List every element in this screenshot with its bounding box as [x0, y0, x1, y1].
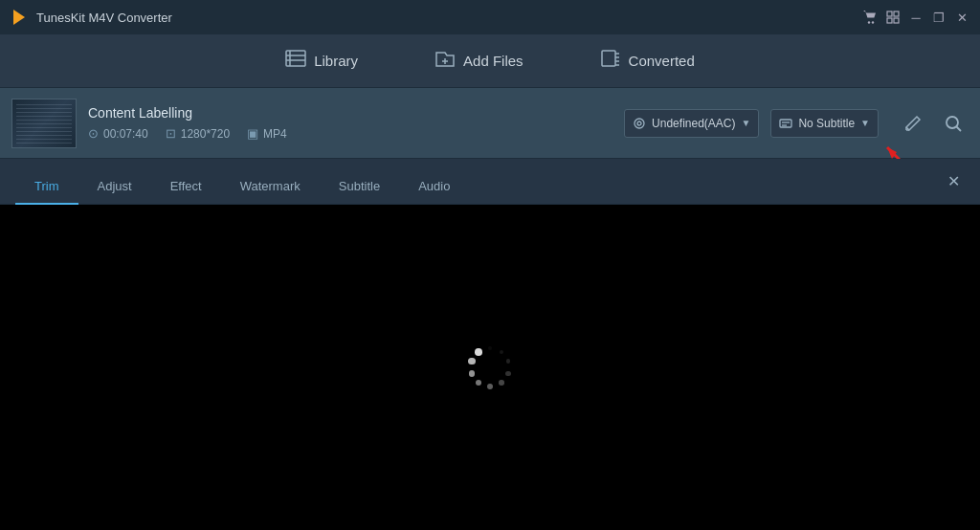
resolution-meta: ⊡ 1280*720 [166, 126, 230, 141]
nav-converted[interactable]: Converted [590, 43, 704, 78]
content-row: Content Labelling ⊙ 00:07:40 ⊡ 1280*720 … [0, 88, 980, 159]
tab-audio-label: Audio [418, 179, 450, 193]
title-bar-left: TunesKit M4V Converter [10, 8, 172, 27]
top-right-icons [898, 108, 969, 139]
library-icon [285, 50, 306, 72]
svg-marker-28 [887, 147, 897, 159]
nav-library[interactable]: Library [276, 44, 368, 77]
search-button[interactable] [938, 108, 969, 139]
tab-effect-label: Effect [170, 179, 202, 193]
edit-button[interactable] [898, 108, 928, 139]
svg-line-26 [957, 126, 962, 131]
editor-panel: Trim Adjust Effect Watermark Subtitle Au… [0, 159, 980, 530]
tab-subtitle[interactable]: Subtitle [320, 169, 399, 205]
spinner-dot [505, 371, 510, 376]
nav-add-files-label: Add Files [463, 53, 523, 69]
top-nav: Library Add Files Converted [0, 34, 980, 88]
svg-rect-6 [894, 18, 899, 23]
svg-rect-13 [602, 51, 615, 66]
file-meta: ⊙ 00:07:40 ⊡ 1280*720 ▣ MP4 [88, 126, 612, 141]
file-icon: ▣ [247, 126, 258, 141]
svg-point-1 [868, 21, 870, 23]
svg-marker-0 [13, 10, 25, 25]
spinner-dot [487, 384, 493, 389]
tab-adjust-label: Adjust [98, 179, 132, 193]
nav-converted-label: Converted [629, 53, 695, 69]
audio-arrow-icon: ▼ [741, 118, 750, 128]
window-tiles-icon[interactable] [884, 9, 902, 26]
duration-meta: ⊙ 00:07:40 [88, 126, 148, 141]
spinner-dot [475, 348, 482, 356]
subtitle-value: No Subtitle [798, 117, 855, 130]
spinner-dot [500, 350, 503, 354]
tab-trim[interactable]: Trim [15, 169, 78, 205]
app-logo-icon [10, 8, 29, 27]
spinner-dot [468, 358, 475, 364]
clock-icon: ⊙ [88, 126, 99, 141]
file-name: Content Labelling [88, 105, 612, 121]
svg-rect-4 [894, 11, 899, 16]
format-value: MP4 [263, 127, 287, 141]
video-preview [0, 205, 980, 530]
svg-rect-3 [887, 11, 892, 16]
add-files-icon [434, 49, 456, 73]
svg-point-19 [637, 121, 641, 125]
svg-point-2 [872, 21, 874, 23]
spinner-dot [506, 359, 511, 364]
spinner-dot [469, 370, 476, 377]
converted-icon [600, 49, 621, 73]
svg-rect-7 [286, 51, 305, 66]
app-title: TunesKit M4V Converter [36, 11, 172, 25]
spinner-dot [476, 380, 481, 386]
format-meta: ▣ MP4 [247, 126, 287, 141]
spinner-dot [488, 346, 492, 350]
spinner-dot [499, 380, 504, 386]
editor-tabs: Trim Adjust Effect Watermark Subtitle Au… [0, 159, 980, 205]
tab-watermark[interactable]: Watermark [221, 169, 320, 205]
file-info: Content Labelling ⊙ 00:07:40 ⊡ 1280*720 … [88, 105, 612, 141]
audio-icon [633, 117, 646, 130]
monitor-icon: ⊡ [166, 126, 176, 141]
title-bar: TunesKit M4V Converter ─ ❐ ✕ [0, 0, 980, 34]
svg-rect-5 [887, 18, 892, 23]
close-editor-button[interactable]: ✕ [942, 170, 965, 193]
audio-value: Undefined(AAC) [652, 117, 735, 130]
tab-audio[interactable]: Audio [399, 169, 469, 205]
subtitle-arrow-icon: ▼ [860, 118, 870, 128]
audio-dropdown[interactable]: Undefined(AAC) ▼ [624, 109, 759, 138]
loading-spinner [466, 343, 514, 391]
tab-watermark-label: Watermark [240, 179, 301, 193]
thumbnail-image [12, 99, 76, 147]
title-bar-controls: ─ ❐ ✕ [861, 9, 970, 26]
subtitle-icon [779, 117, 792, 130]
tab-trim-label: Trim [34, 179, 59, 193]
shopping-cart-icon[interactable] [861, 9, 879, 26]
close-button[interactable]: ✕ [953, 9, 970, 26]
svg-point-25 [947, 117, 958, 128]
tab-adjust[interactable]: Adjust [78, 169, 151, 205]
restore-button[interactable]: ❐ [930, 9, 947, 26]
svg-rect-20 [780, 120, 791, 127]
duration-value: 00:07:40 [103, 127, 148, 141]
nav-library-label: Library [314, 53, 358, 69]
subtitle-dropdown[interactable]: No Subtitle ▼ [770, 109, 879, 138]
nav-add-files[interactable]: Add Files [425, 43, 533, 78]
minimize-button[interactable]: ─ [907, 9, 924, 26]
svg-point-18 [635, 119, 644, 128]
tab-subtitle-label: Subtitle [339, 179, 380, 193]
resolution-value: 1280*720 [181, 127, 230, 141]
tab-effect[interactable]: Effect [151, 169, 221, 205]
file-thumbnail [11, 99, 77, 148]
